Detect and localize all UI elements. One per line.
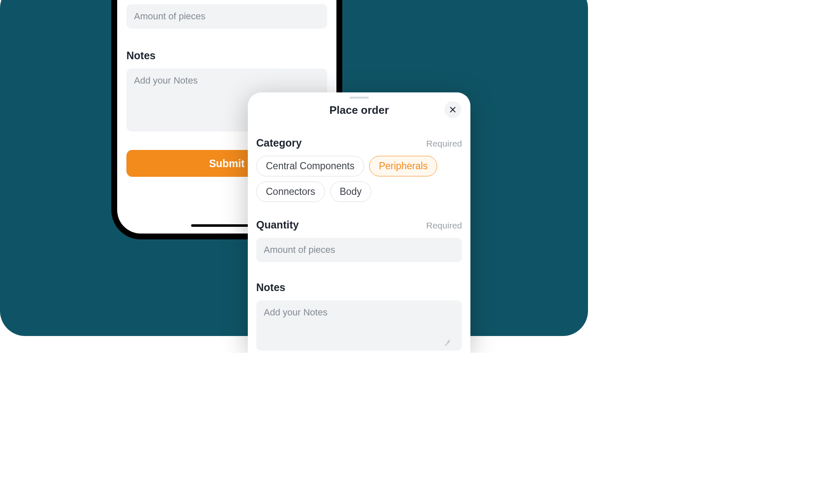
notes-wrap	[256, 294, 462, 352]
chip-connectors[interactable]: Connectors	[256, 181, 325, 202]
notes-input[interactable]	[256, 300, 462, 351]
category-row: Category Required	[256, 137, 462, 149]
modal-title: Place order	[256, 104, 462, 117]
quantity-required: Required	[426, 220, 462, 231]
notes-label: Notes	[256, 281, 285, 294]
close-icon	[449, 106, 457, 113]
category-required: Required	[426, 139, 462, 149]
chip-peripherals[interactable]: Peripherals	[369, 156, 437, 176]
category-chips: Central Components Peripherals Connector…	[256, 156, 462, 202]
quantity-row: Quantity Required	[256, 219, 462, 231]
notes-label: Notes	[126, 50, 155, 62]
category-label: Category	[256, 137, 302, 149]
stage: Connectors Body Quantity Required Notes …	[0, 0, 588, 353]
quantity-label: Quantity	[256, 219, 299, 231]
chip-central-components[interactable]: Central Components	[256, 156, 364, 176]
quantity-input-back[interactable]	[126, 4, 327, 29]
close-button[interactable]	[444, 101, 461, 118]
quantity-input[interactable]	[256, 238, 462, 262]
notes-row: Notes	[256, 281, 462, 294]
place-order-modal: Place order Category Required Central Co…	[248, 92, 470, 353]
chip-body[interactable]: Body	[330, 181, 371, 202]
modal-header: Place order	[256, 99, 462, 126]
notes-row-back: Notes	[126, 50, 327, 62]
